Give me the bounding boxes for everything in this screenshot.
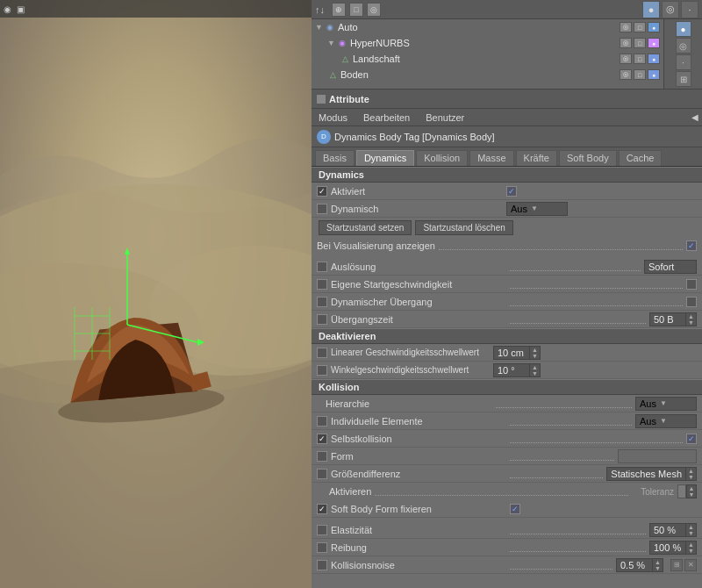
checkbox-soft-body-form[interactable] [317, 504, 327, 514]
vis-icon-hn-1[interactable]: ◎ [620, 38, 632, 48]
vis-icon-l-3[interactable]: ● [648, 54, 660, 64]
toleranz-up[interactable]: ▲ [687, 485, 696, 491]
vis-icon-l-1[interactable]: ◎ [620, 54, 632, 64]
spinbox-lin-geschw[interactable]: 10 cm ▲ ▼ [493, 346, 541, 360]
tab-dynamics[interactable]: Dynamics [356, 150, 414, 166]
spinbox-down-knoise[interactable]: ▼ [653, 565, 663, 571]
vis-icon-hn-3[interactable]: ● [648, 38, 660, 48]
checkbox-groessendifferenz[interactable] [317, 469, 327, 479]
prop-hierarchie: Hierarchie Aus ▼ [312, 395, 702, 412]
checkbox-individuelle[interactable] [317, 416, 327, 427]
spinbox-up-groesse[interactable]: ▲ [686, 468, 696, 474]
checkbox-elastizitaet[interactable] [317, 525, 327, 535]
vis-icon-1[interactable]: ◎ [620, 22, 632, 32]
tab-kollision[interactable]: Kollision [416, 150, 468, 166]
check-soft-body-form[interactable] [510, 504, 520, 514]
dropdown-dynamisch[interactable]: Aus ▼ [506, 202, 568, 216]
tree-item-landschaft[interactable]: △ Landschaft ◎ □ ● [312, 51, 663, 67]
spinbox-up-uebergangszeit[interactable]: ▲ [686, 313, 696, 319]
checkbox-selbstkollision[interactable] [317, 434, 327, 444]
toleranz-spinbox-arrows[interactable]: ▲ ▼ [686, 484, 697, 498]
vis-icon-3[interactable]: ● [648, 22, 660, 32]
spinbox-up-knoise[interactable]: ▲ [653, 559, 663, 565]
spinbox-up-elast[interactable]: ▲ [686, 524, 696, 530]
checkbox-dyn-uebergang[interactable] [317, 297, 327, 307]
tree-item-auto[interactable]: ▼ ◉ Auto ◎ □ ● [312, 19, 663, 35]
scene-icon-3[interactable]: · [676, 54, 691, 70]
tree-label-landschaft: Landschaft [353, 54, 400, 64]
vis-icon-l-2[interactable]: □ [634, 54, 646, 64]
check-aktiviert-val[interactable] [506, 186, 517, 197]
spinbox-down-groesse[interactable]: ▼ [686, 474, 696, 480]
noise-icon-2[interactable]: ✕ [684, 559, 697, 571]
spinbox-winkel-geschw[interactable]: 10 ° ▲ ▼ [493, 363, 541, 377]
panel-icon-sphere[interactable]: ● [642, 1, 660, 18]
vis-icon-b-3[interactable]: ● [648, 69, 660, 80]
checkbox-ausloesung[interactable] [317, 262, 327, 272]
spinbox-elastizitaet-val: 50 % [650, 525, 685, 535]
checkbox-winkel-geschw[interactable] [317, 365, 327, 376]
spinbox-up-winkel[interactable]: ▲ [530, 364, 540, 370]
check-dyn-uebergang[interactable] [686, 297, 697, 307]
tree-row-icons-landschaft: ◎ □ ● [620, 54, 660, 64]
spinbox-down-elast[interactable]: ▼ [686, 530, 696, 536]
dropdown-individuelle[interactable]: Aus ▼ [635, 414, 697, 428]
cam-icon[interactable]: ◉ [4, 4, 11, 14]
toolbar-icon-1[interactable]: ⊕ [332, 3, 346, 17]
tab-softbody[interactable]: Soft Body [559, 150, 617, 166]
spinbox-down-winkel[interactable]: ▼ [530, 370, 540, 376]
spinbox-up-reibung[interactable]: ▲ [686, 541, 696, 548]
panel-header-icon [317, 95, 326, 104]
toleranz-down[interactable]: ▼ [687, 491, 696, 498]
tab-kraefte[interactable]: Kräfte [516, 150, 557, 166]
check-selbstkollision[interactable] [686, 434, 697, 444]
toolbar-icon-2[interactable]: □ [349, 3, 363, 17]
viewport[interactable]: ◉ ▣ [0, 0, 312, 588]
toolbar-icon-3[interactable]: ◎ [367, 3, 381, 17]
scene-icon-4[interactable]: ⊞ [676, 71, 691, 87]
spinbox-down-uebergangszeit[interactable]: ▼ [686, 319, 696, 326]
panel-icon-sphere2[interactable]: ◎ [662, 1, 679, 18]
menu-modus[interactable]: Modus [315, 111, 351, 124]
tab-cache[interactable]: Cache [619, 150, 663, 166]
check-eigene-start[interactable] [686, 279, 697, 290]
spinbox-elastizitaet[interactable]: 50 % ▲ ▼ [649, 523, 697, 537]
noise-icon-1[interactable]: ⊞ [670, 559, 683, 571]
tree-item-hypernurbs[interactable]: ▼ ◉ HyperNURBS ◎ □ ● [312, 35, 663, 51]
tab-basis[interactable]: Basis [315, 150, 355, 166]
dropdown-hierarchie[interactable]: Aus ▼ [635, 397, 697, 411]
section-kollision: Kollision [312, 379, 702, 395]
spinbox-kollisionsnoise[interactable]: 0.5 % ▲ ▼ [616, 558, 663, 572]
checkbox-aktiviert[interactable] [317, 186, 327, 197]
vis-icon-hn-2[interactable]: □ [634, 38, 646, 48]
spinbox-reibung[interactable]: 100 % ▲ ▼ [649, 541, 697, 555]
checkbox-lin-geschw[interactable] [317, 348, 327, 358]
menu-bearbeiten[interactable]: Bearbeiten [360, 111, 413, 124]
toleranz-value [677, 484, 686, 498]
checkbox-eigene-start[interactable] [317, 279, 327, 290]
check-visualisierung[interactable] [686, 240, 697, 251]
checkbox-form[interactable] [317, 451, 327, 462]
scene-icon-2[interactable]: ◎ [676, 38, 691, 54]
checkbox-uebergangszeit[interactable] [317, 314, 327, 325]
tab-masse[interactable]: Masse [469, 150, 513, 166]
prop-aktiviert: Aktiviert [312, 183, 702, 200]
view-icon[interactable]: ▣ [17, 4, 25, 14]
checkbox-dynamisch[interactable] [317, 204, 327, 214]
vis-icon-b-2[interactable]: □ [634, 69, 646, 80]
checkbox-reibung[interactable] [317, 542, 327, 553]
panel-icon-dot[interactable]: · [681, 1, 698, 18]
spinbox-down-reibung[interactable]: ▼ [686, 548, 696, 554]
spinbox-up-lin[interactable]: ▲ [530, 347, 540, 353]
spinbox-groessendifferenz[interactable]: Statisches Mesh ▲ ▼ [606, 467, 697, 481]
vis-icon-b-1[interactable]: ◎ [620, 69, 632, 80]
spinbox-uebergangszeit[interactable]: 50 B ▲ ▼ [649, 312, 697, 326]
scene-icon-1[interactable]: ● [676, 21, 691, 37]
checkbox-kollisionsnoise[interactable] [317, 560, 327, 570]
menu-benutzer[interactable]: Benutzer [422, 111, 468, 124]
vis-icon-2[interactable]: □ [634, 22, 646, 32]
btn-startzustand-setzen[interactable]: Startzustand setzen [319, 220, 412, 235]
tree-item-boden[interactable]: △ Boden ◎ □ ● [312, 67, 663, 82]
spinbox-down-lin[interactable]: ▼ [530, 353, 540, 359]
btn-startzustand-loeschen[interactable]: Startzustand löschen [415, 220, 512, 235]
